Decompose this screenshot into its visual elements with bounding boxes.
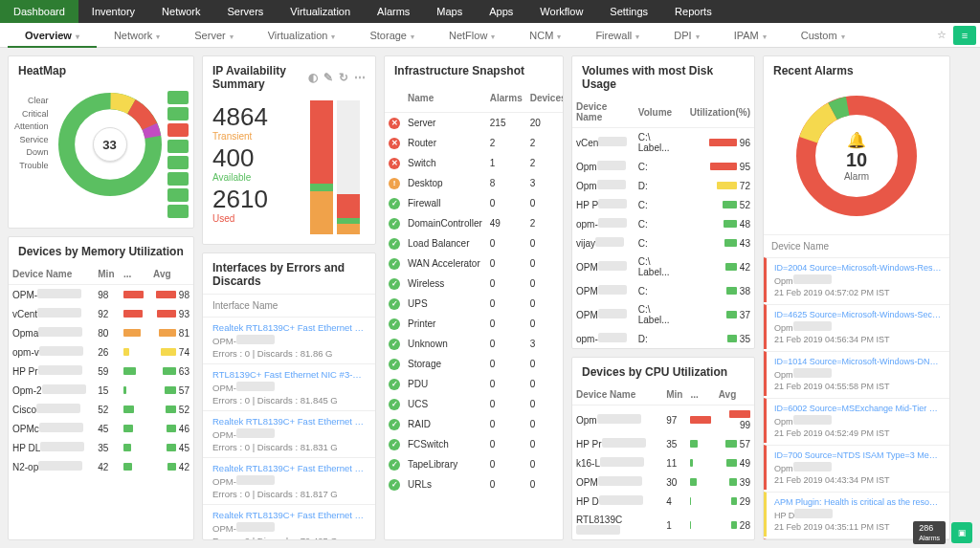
table-row[interactable]: OPMc45 46 (9, 419, 193, 438)
filter-button[interactable]: ≡ (953, 26, 976, 45)
table-row[interactable]: RTL8139C1 28 (572, 511, 754, 540)
table-row[interactable]: HP Pr59 63 (9, 362, 193, 381)
heatmap-tile[interactable] (167, 91, 189, 104)
heatmap-tile[interactable] (167, 123, 189, 137)
interface-row[interactable]: Realtek RTL8139C+ Fast Ethernet NIC #3-W… (203, 457, 375, 504)
volume-row[interactable]: OpmC: 95 (572, 157, 754, 176)
volume-row[interactable]: opm-D: 35 (572, 329, 754, 348)
table-row[interactable]: Opma80 81 (9, 323, 193, 342)
heatmap-tile[interactable] (167, 140, 189, 153)
refresh-icon[interactable]: ↻ (339, 71, 348, 84)
heatmap-tile[interactable] (167, 107, 189, 121)
volume-row[interactable]: OPMC: 38 (572, 281, 754, 300)
subnav-netflow[interactable]: NetFlow▾ (432, 23, 512, 48)
snapshot-row[interactable]: !Desktop832 (385, 173, 564, 193)
subnav-network[interactable]: Network▾ (97, 23, 177, 48)
volume-row[interactable]: opm-C: 48 (572, 214, 754, 233)
snapshot-row[interactable]: ✓FCSwitch000 (385, 434, 564, 454)
snapshot-row[interactable]: ✓UCS000 (385, 394, 564, 414)
table-row[interactable]: Opm-215 57 (9, 381, 193, 400)
snapshot-row[interactable]: ✓Storage000 (385, 354, 564, 374)
star-icon[interactable]: ☆ (930, 29, 953, 41)
table-row[interactable]: OPM30 39 (572, 472, 754, 492)
top-nav: DashboardInventoryNetworkServersVirtuali… (0, 0, 980, 23)
ip-avail-card: IP Availability Summary ◐ ✎ ↻ ⋯ 4864Tran… (202, 55, 376, 245)
heatmap-tile[interactable] (167, 156, 189, 169)
snapshot-row[interactable]: ✕Switch121 (385, 153, 564, 173)
alarm-item[interactable]: ID=4625 Source=Microsoft-Windows-Securit… (764, 304, 949, 349)
table-row[interactable]: Cisco52 52 (9, 400, 193, 419)
ip-label: Used (212, 213, 304, 224)
subnav-ncm[interactable]: NCM▾ (512, 23, 578, 48)
alarm-item[interactable]: ID=1014 Source=Microsoft-Windows-DNS-Cli… (764, 351, 949, 396)
interface-row[interactable]: Realtek RTL8139C+ Fast Ethernet NIC #3-N… (203, 317, 375, 363)
subnav-custom[interactable]: Custom▾ (784, 23, 862, 48)
subnav-firewall[interactable]: Firewall▾ (578, 23, 657, 48)
table-row[interactable]: N2-op42 42 (9, 457, 193, 476)
topnav-servers[interactable]: Servers (213, 0, 277, 23)
snapshot-row[interactable]: ✓TapeLibrary000 (385, 454, 564, 474)
topnav-maps[interactable]: Maps (423, 0, 476, 23)
table-row[interactable]: OPM-98 98 (9, 285, 193, 305)
volume-row[interactable]: OPMC:\ Label... 37 (572, 300, 754, 329)
edit-icon[interactable]: ✎ (323, 71, 333, 84)
subnav-overview[interactable]: Overview▾ (8, 23, 97, 48)
alarm-item[interactable]: ID=2004 Source=Microsoft-Windows-Resourc… (764, 257, 949, 302)
table-row[interactable]: HP Pr35 57 (572, 434, 754, 453)
snapshot-row[interactable]: ✓Unknown030 (385, 334, 564, 354)
alarms-card: Recent Alarms 🔔 10 Alarm Device Name (763, 55, 950, 540)
subnav-dpi[interactable]: DPI▾ (657, 23, 716, 48)
volume-row[interactable]: vCenC:\ Label... 96 (572, 128, 754, 158)
table-row[interactable]: HP DL35 45 (9, 438, 193, 457)
topnav-settings[interactable]: Settings (596, 0, 661, 23)
heatmap-tiles (167, 91, 189, 218)
volume-row[interactable]: HP PC: 52 (572, 195, 754, 214)
snapshot-row[interactable]: ✓DomainController4922 (385, 213, 564, 233)
snapshot-row[interactable]: ✓Printer000 (385, 314, 564, 334)
topnav-reports[interactable]: Reports (661, 0, 725, 23)
snapshot-row[interactable]: ✓UPS000 (385, 294, 564, 314)
footer-chat-icon[interactable]: ▣ (951, 522, 972, 543)
subnav-server[interactable]: Server▾ (177, 23, 250, 48)
snapshot-row[interactable]: ✓URLs000 (385, 474, 564, 494)
interface-row[interactable]: Realtek RTL8139C+ Fast Ethernet NIC #3-W… (203, 410, 375, 457)
snapshot-row[interactable]: ✓Wireless000 (385, 274, 564, 294)
subnav-ipam[interactable]: IPAM▾ (717, 23, 784, 48)
heatmap-tile[interactable] (167, 188, 189, 202)
table-row[interactable]: vCent92 93 (9, 304, 193, 323)
gauge-icon[interactable]: ◐ (308, 71, 318, 84)
snapshot-row[interactable]: ✓RAID000 (385, 414, 564, 434)
ip-stack-chart (310, 100, 366, 234)
topnav-alarms[interactable]: Alarms (364, 0, 423, 23)
snapshot-row[interactable]: ✓Load Balancer000 (385, 233, 564, 253)
more-icon[interactable]: ⋯ (354, 71, 366, 84)
ip-number: 400 (212, 145, 304, 170)
alarm-item[interactable]: ID=6002 Source=MSExchange Mid-Tier Stora… (764, 398, 949, 443)
snapshot-row[interactable]: ✓Firewall000 (385, 193, 564, 213)
table-row[interactable]: opm-v26 74 (9, 342, 193, 362)
alarm-item[interactable]: ID=700 Source=NTDS ISAM Type=3 Message=N… (764, 445, 949, 490)
topnav-workflow[interactable]: Workflow (526, 0, 596, 23)
topnav-inventory[interactable]: Inventory (78, 0, 148, 23)
subnav-storage[interactable]: Storage▾ (352, 23, 432, 48)
volume-row[interactable]: OpmD: 72 (572, 176, 754, 195)
footer-alarm-badge[interactable]: 286Alarms ▣ (913, 521, 972, 544)
interface-row[interactable]: Realtek RTL8139C+ Fast Ethernet NIC #3-E… (203, 504, 375, 540)
heatmap-tile[interactable] (167, 205, 189, 218)
topnav-network[interactable]: Network (148, 0, 213, 23)
table-row[interactable]: k16-L11 49 (572, 453, 754, 472)
topnav-virtualization[interactable]: Virtualization (277, 0, 364, 23)
heatmap-tile[interactable] (167, 172, 189, 186)
topnav-apps[interactable]: Apps (476, 0, 526, 23)
snapshot-row[interactable]: ✓WAN Accelerator000 (385, 253, 564, 274)
snapshot-row[interactable]: ✓PDU000 (385, 374, 564, 394)
table-row[interactable]: HP D4 29 (572, 492, 754, 511)
snapshot-row[interactable]: ✕Router222 (385, 133, 564, 153)
subnav-virtualization[interactable]: Virtualization▾ (251, 23, 353, 48)
table-row[interactable]: Opm97 99 (572, 406, 754, 435)
interface-row[interactable]: RTL8139C+ Fast Ethernet NIC #3-Npcap Pac… (203, 363, 375, 410)
volume-row[interactable]: vijayC: 43 (572, 233, 754, 252)
volume-row[interactable]: OPMC:\ Label... 42 (572, 252, 754, 281)
topnav-dashboard[interactable]: Dashboard (0, 0, 78, 23)
snapshot-row[interactable]: ✕Server215207 (385, 113, 564, 134)
